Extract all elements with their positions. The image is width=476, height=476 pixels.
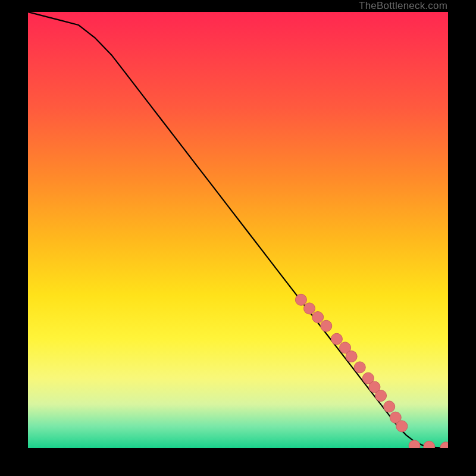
- data-marker: [295, 294, 306, 305]
- data-marker: [424, 441, 435, 448]
- data-marker: [304, 303, 315, 314]
- marker-group: [295, 294, 448, 448]
- plot-area: [28, 12, 448, 448]
- data-marker: [331, 333, 342, 345]
- data-marker: [312, 312, 324, 323]
- data-marker: [354, 362, 365, 373]
- chart-frame: TheBottleneck.com: [0, 0, 476, 476]
- data-marker: [340, 342, 351, 353]
- chart-overlay: [28, 12, 448, 448]
- data-marker: [440, 442, 448, 448]
- data-marker: [362, 372, 374, 384]
- attribution-label: TheBottleneck.com: [359, 0, 447, 12]
- data-marker: [321, 320, 332, 331]
- data-marker: [396, 421, 408, 432]
- data-marker: [390, 412, 401, 423]
- data-marker: [409, 440, 420, 448]
- data-marker: [384, 401, 395, 412]
- curve-line: [28, 12, 448, 448]
- data-marker: [346, 351, 357, 362]
- data-marker: [369, 381, 380, 393]
- data-marker: [375, 390, 387, 402]
